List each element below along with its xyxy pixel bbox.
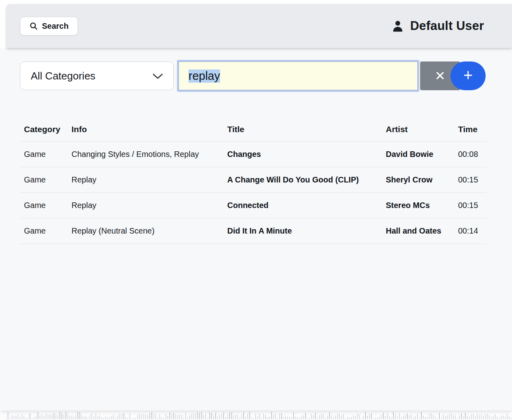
- add-button[interactable]: +: [450, 61, 486, 90]
- search-icon: [29, 22, 38, 30]
- search-button-label: Search: [42, 22, 69, 31]
- chevron-down-icon: [153, 70, 163, 82]
- cell-info: Changing Styles / Emotions, Replay: [67, 142, 223, 167]
- search-input-focus-ring: replay: [177, 60, 419, 92]
- app-header: Search Default User: [6, 4, 512, 48]
- cell-time: 00:15: [454, 193, 486, 218]
- column-header-artist: Artist: [382, 119, 454, 142]
- main-content: All Categories replay ✕ + Category Info …: [0, 48, 512, 410]
- cell-artist: Hall and Oates: [382, 218, 454, 244]
- table-row[interactable]: Game Replay (Neutral Scene) Did It In A …: [20, 218, 486, 244]
- category-select[interactable]: All Categories: [20, 61, 174, 90]
- cell-title: Connected: [223, 193, 382, 218]
- search-input[interactable]: replay: [179, 61, 418, 90]
- column-header-info: Info: [67, 119, 223, 142]
- cell-time: 00:08: [454, 142, 486, 167]
- cell-title: Changes: [223, 142, 382, 167]
- plus-icon: +: [463, 67, 472, 83]
- cell-info: Replay: [67, 193, 223, 218]
- user-menu[interactable]: Default User: [391, 19, 484, 33]
- cell-title: Did It In A Minute: [223, 218, 382, 244]
- cell-artist: Stereo MCs: [382, 193, 454, 218]
- cell-category: Game: [20, 142, 67, 167]
- cell-artist: David Bowie: [382, 142, 454, 167]
- waveform-ticks-icon: [0, 410, 512, 420]
- cell-title: A Change Will Do You Good (CLIP): [223, 167, 382, 193]
- cell-category: Game: [20, 193, 67, 218]
- table-row[interactable]: Game Replay Connected Stereo MCs 00:15: [20, 193, 486, 218]
- results-table: Category Info Title Artist Time Game Cha…: [20, 119, 486, 244]
- user-name: Default User: [410, 19, 484, 33]
- cell-category: Game: [20, 218, 67, 244]
- cell-time: 00:15: [454, 167, 486, 193]
- close-icon: ✕: [435, 69, 446, 82]
- search-button[interactable]: Search: [20, 17, 78, 36]
- waveform-strip: [0, 410, 512, 420]
- cell-category: Game: [20, 167, 67, 193]
- filter-controls: All Categories replay ✕ +: [20, 60, 486, 92]
- table-row[interactable]: Game Replay A Change Will Do You Good (C…: [20, 167, 486, 193]
- table-row[interactable]: Game Changing Styles / Emotions, Replay …: [20, 142, 486, 167]
- results-body: Game Changing Styles / Emotions, Replay …: [20, 142, 486, 244]
- column-header-time: Time: [454, 119, 486, 142]
- cell-info: Replay: [67, 167, 223, 193]
- category-select-value: All Categories: [31, 70, 95, 82]
- search-input-selected-text: replay: [189, 69, 220, 83]
- cell-artist: Sheryl Crow: [382, 167, 454, 193]
- column-header-title: Title: [223, 119, 382, 142]
- user-icon: [391, 19, 405, 33]
- cell-info: Replay (Neutral Scene): [67, 218, 223, 244]
- table-header-row: Category Info Title Artist Time: [20, 119, 486, 142]
- cell-time: 00:14: [454, 218, 486, 244]
- column-header-category: Category: [20, 119, 67, 142]
